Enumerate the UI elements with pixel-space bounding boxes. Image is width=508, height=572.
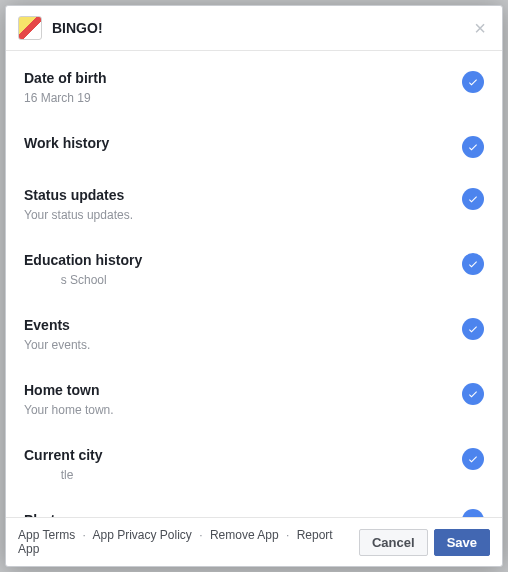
separator: · bbox=[199, 528, 202, 542]
permission-row: Date of birth 16 March 19 bbox=[6, 55, 502, 120]
check-icon bbox=[467, 514, 479, 517]
permission-title: Events bbox=[24, 316, 462, 334]
permission-title: Date of birth bbox=[24, 69, 462, 87]
close-icon: × bbox=[474, 17, 486, 40]
permission-row: Education history s School bbox=[6, 237, 502, 302]
permission-title: Photos bbox=[24, 511, 462, 517]
check-icon bbox=[467, 76, 479, 88]
permission-row: Current city tle bbox=[6, 432, 502, 497]
permission-row: Status updates Your status updates. bbox=[6, 172, 502, 237]
permission-toggle[interactable] bbox=[462, 253, 484, 275]
permission-subtitle: Your status updates. bbox=[24, 208, 462, 223]
dialog-footer: App Terms · App Privacy Policy · Remove … bbox=[6, 517, 502, 566]
separator: · bbox=[82, 528, 85, 542]
app-privacy-link[interactable]: App Privacy Policy bbox=[93, 528, 192, 542]
permission-title: Work history bbox=[24, 134, 462, 152]
permission-title: Education history bbox=[24, 251, 462, 269]
separator: · bbox=[286, 528, 289, 542]
footer-links: App Terms · App Privacy Policy · Remove … bbox=[18, 528, 353, 556]
permission-toggle[interactable] bbox=[462, 318, 484, 340]
app-icon bbox=[18, 16, 42, 40]
permission-title: Status updates bbox=[24, 186, 462, 204]
permission-toggle[interactable] bbox=[462, 71, 484, 93]
cancel-button[interactable]: Cancel bbox=[359, 529, 428, 556]
app-permissions-dialog: BINGO! × Date of birth 16 March 19 Work … bbox=[5, 5, 503, 567]
permission-toggle[interactable] bbox=[462, 136, 484, 158]
check-icon bbox=[467, 258, 479, 270]
permission-title: Home town bbox=[24, 381, 462, 399]
save-button[interactable]: Save bbox=[434, 529, 490, 556]
app-title: BINGO! bbox=[52, 20, 470, 36]
permission-toggle[interactable] bbox=[462, 188, 484, 210]
permission-subtitle: 16 March 19 bbox=[24, 91, 462, 106]
check-icon bbox=[467, 141, 479, 153]
permission-toggle[interactable] bbox=[462, 509, 484, 517]
permission-subtitle: Your events. bbox=[24, 338, 462, 353]
permission-row: Home town Your home town. bbox=[6, 367, 502, 432]
close-button[interactable]: × bbox=[470, 18, 490, 38]
permission-subtitle: tle bbox=[24, 468, 462, 483]
permission-toggle[interactable] bbox=[462, 383, 484, 405]
permission-row: Events Your events. bbox=[6, 302, 502, 367]
permission-title: Current city bbox=[24, 446, 462, 464]
permission-row: Work history bbox=[6, 120, 502, 172]
permission-toggle[interactable] bbox=[462, 448, 484, 470]
permission-subtitle: Your home town. bbox=[24, 403, 462, 418]
remove-app-link[interactable]: Remove App bbox=[210, 528, 279, 542]
check-icon bbox=[467, 193, 479, 205]
check-icon bbox=[467, 323, 479, 335]
dialog-header: BINGO! × bbox=[6, 6, 502, 51]
check-icon bbox=[467, 388, 479, 400]
check-icon bbox=[467, 453, 479, 465]
permission-subtitle: s School bbox=[24, 273, 462, 288]
dialog-body[interactable]: Date of birth 16 March 19 Work history S… bbox=[6, 51, 502, 517]
app-terms-link[interactable]: App Terms bbox=[18, 528, 75, 542]
permission-row: Photos bbox=[6, 497, 502, 517]
